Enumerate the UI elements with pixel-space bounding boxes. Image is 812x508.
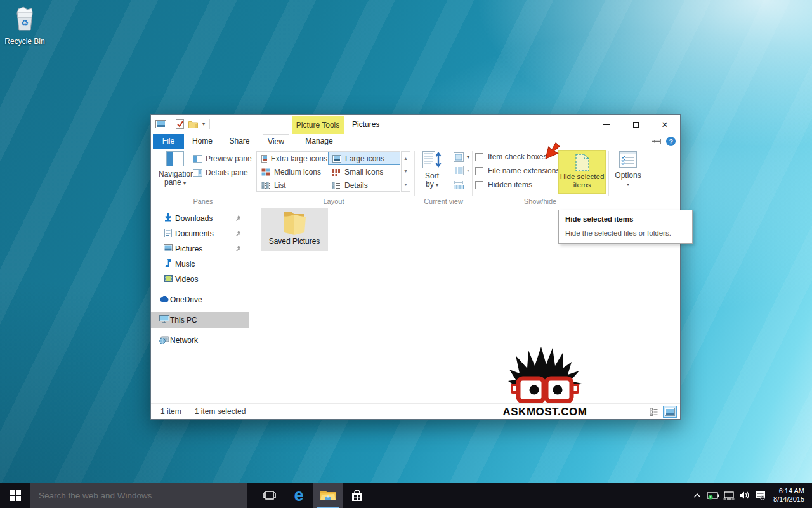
sidebar-item-onedrive[interactable]: OneDrive (151, 292, 249, 307)
qat-dropdown-icon[interactable]: ▾ (202, 121, 205, 127)
network-icon (723, 491, 735, 500)
network-status[interactable] (721, 483, 737, 508)
system-tray: 6:14 AM 8/14/2015 (689, 483, 812, 508)
task-view-button[interactable] (255, 483, 284, 508)
close-icon: ✕ (662, 121, 669, 129)
tab-share[interactable]: Share (225, 134, 254, 149)
taskbar-clock[interactable]: 6:14 AM 8/14/2015 (773, 487, 804, 504)
folder-icon (278, 208, 311, 236)
battery-status[interactable] (705, 483, 721, 508)
tooltip-title: Hide selected items (565, 215, 686, 223)
layout-details[interactable]: Details (328, 178, 400, 192)
this-pc-icon (159, 315, 169, 325)
recycle-bin-icon: ♻ (11, 5, 39, 33)
pin-icon (235, 245, 242, 254)
tab-view[interactable]: View (263, 134, 289, 149)
maximize-button[interactable] (621, 116, 650, 133)
sidebar-item-videos[interactable]: Videos (151, 272, 249, 287)
layout-extra-large-icons[interactable]: Extra large icons (258, 152, 327, 165)
hide-selected-items-button[interactable]: Hide selected items (558, 150, 606, 194)
options-button[interactable]: Options ▾ (610, 151, 646, 189)
folder-label: Saved Pictures (269, 237, 320, 246)
title-bar: ▾ Picture Tools Pictures ✕ (151, 115, 680, 134)
volume-control[interactable] (737, 483, 752, 508)
sidebar-item-this-pc[interactable]: This PC (151, 312, 249, 328)
details-pane-label: Details pane (206, 168, 248, 177)
size-columns-button[interactable] (454, 180, 464, 189)
navigation-pane-button[interactable]: Navigation pane ▾ (159, 151, 192, 187)
details-icon (332, 182, 341, 189)
file-name-extensions-label: File name extensions (488, 166, 560, 175)
picture-tools-context-label: Picture Tools (292, 116, 344, 134)
help-button[interactable]: ? (666, 137, 676, 146)
saved-pictures-folder[interactable]: Saved Pictures (261, 208, 328, 251)
details-pane-button[interactable]: Details pane (193, 168, 248, 177)
tab-manage[interactable]: Manage (296, 134, 343, 149)
sort-by-icon (422, 151, 442, 168)
hidden-items-checkbox[interactable]: Hidden items (475, 180, 532, 189)
hide-selected-items-label: Hide selected (560, 173, 605, 180)
sidebar-item-documents[interactable]: Documents (151, 226, 249, 241)
item-check-boxes-checkbox[interactable]: Item check boxes (475, 152, 547, 161)
show-hide-group-label: Show/hide (475, 197, 605, 205)
sidebar-item-network[interactable]: Network (151, 333, 249, 348)
askmost-watermark: ASKMOST.COM (495, 347, 595, 418)
tray-expand-button[interactable] (689, 483, 705, 508)
caret-down-icon: ▾ (467, 154, 469, 160)
pin-ribbon-icon[interactable] (652, 138, 661, 144)
onedrive-icon (159, 295, 169, 304)
list-icon (261, 182, 270, 189)
sidebar-item-downloads[interactable]: Downloads (151, 211, 249, 226)
status-separator (188, 407, 188, 417)
preview-pane-button[interactable]: Preview pane (193, 154, 252, 163)
details-view-icon (650, 408, 658, 416)
file-explorer-icon (320, 489, 336, 502)
tab-home[interactable]: Home (188, 134, 217, 149)
ribbon-view: Navigation pane ▾ Preview pane Details p… (151, 149, 680, 208)
preview-pane-label: Preview pane (206, 154, 252, 163)
edge-browser-button[interactable]: e (284, 483, 313, 508)
file-name-extensions-checkbox[interactable]: File name extensions (475, 166, 560, 175)
group-separator (472, 151, 473, 196)
properties-icon[interactable] (176, 119, 184, 129)
sidebar-item-pictures[interactable]: Pictures (151, 241, 249, 257)
group-by-button[interactable]: ▾ (454, 152, 469, 162)
folder-thumbnail-icon[interactable] (155, 120, 166, 128)
window-title: Pictures (352, 115, 379, 134)
pin-icon (235, 230, 242, 239)
edge-icon: e (294, 487, 303, 504)
layout-small-icons[interactable]: Small icons (328, 165, 400, 178)
layout-medium-icons[interactable]: Medium icons (258, 165, 327, 178)
new-folder-icon[interactable] (188, 120, 198, 128)
gallery-scroll-down-icon[interactable]: ▼ (402, 164, 410, 177)
gallery-scrollbar[interactable]: ▲ ▼ ▼ (401, 151, 410, 192)
group-by-icon (454, 152, 464, 162)
layout-large-icons-selected[interactable]: Large icons (328, 152, 400, 165)
store-button[interactable] (343, 483, 372, 508)
group-separator (414, 151, 415, 196)
status-selected-count: 1 item selected (195, 407, 246, 416)
sort-by-button[interactable]: Sort by ▾ (418, 151, 446, 189)
status-item-count: 1 item (160, 407, 181, 416)
layout-list[interactable]: List (258, 178, 327, 192)
action-center-button[interactable] (752, 483, 768, 508)
minimize-button[interactable] (592, 116, 621, 133)
gallery-scroll-up-icon[interactable]: ▲ (402, 152, 410, 164)
recycle-bin[interactable]: ♻ Recycle Bin (3, 5, 47, 46)
maximize-icon (633, 122, 639, 128)
details-view-button[interactable] (647, 406, 661, 418)
layout-group-label: Layout (256, 197, 411, 205)
close-button[interactable]: ✕ (650, 116, 679, 133)
start-button[interactable] (0, 483, 30, 508)
tab-file[interactable]: File (153, 134, 184, 149)
checkbox-icon (475, 153, 483, 161)
taskbar-search[interactable] (30, 483, 247, 508)
svg-text:♻: ♻ (21, 18, 29, 28)
gallery-more-icon[interactable]: ▼ (402, 178, 410, 191)
add-columns-button[interactable]: ▾ (454, 166, 469, 175)
thumbnail-view-button[interactable] (663, 406, 677, 418)
search-input[interactable] (30, 491, 247, 500)
sidebar-item-music[interactable]: Music (151, 257, 249, 272)
askmost-logo-icon (504, 347, 586, 403)
file-explorer-button[interactable] (313, 483, 343, 508)
